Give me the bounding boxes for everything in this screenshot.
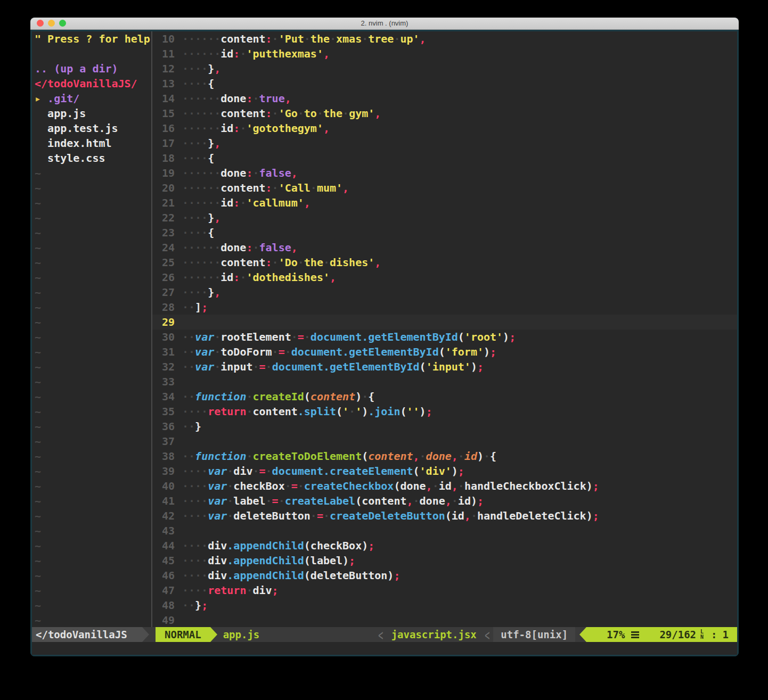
tree-item[interactable]: app.test.js	[32, 121, 151, 136]
code-line[interactable]: 42····var·deleteButton·=·createDeleteBut…	[152, 508, 737, 523]
code-line[interactable]: 22····},	[152, 210, 737, 225]
tree-item[interactable]: </todoVanillaJS/	[32, 76, 151, 91]
code-text: ······content:·'Put·the·xmas·tree·up',	[182, 31, 426, 46]
code-line[interactable]: 47····return·div;	[152, 583, 737, 598]
line-number: 39	[152, 464, 175, 479]
code-line[interactable]: 14······done:·true,	[152, 91, 737, 106]
line-number: 37	[152, 434, 175, 449]
line-number: 47	[152, 583, 175, 598]
code-line[interactable]: 39····var·div·=·document.createElement('…	[152, 464, 737, 479]
code-line[interactable]: 45····div.appendChild(label);	[152, 553, 737, 568]
code-line[interactable]: 25······content:·'Do·the·dishes',	[152, 255, 737, 270]
code-line[interactable]: 43	[152, 523, 737, 538]
line-number: 24	[152, 240, 175, 255]
empty-line-tilde: ~	[32, 598, 151, 613]
code-line[interactable]: 44····div.appendChild(checkBox);	[152, 538, 737, 553]
code-line[interactable]: 12····},	[152, 61, 737, 76]
tree-item[interactable]: index.html	[32, 136, 151, 151]
line-number: 34	[152, 389, 175, 404]
code-line[interactable]: 31··var·toDoForm·=·document.getElementBy…	[152, 344, 737, 359]
lines-icon	[631, 631, 639, 633]
code-text: ····var·deleteButton·=·createDeleteButto…	[182, 508, 599, 523]
code-text: ····return·div;	[182, 583, 279, 598]
code-text: ······done:·false,	[182, 240, 298, 255]
empty-line-tilde: ~	[32, 300, 151, 315]
empty-line-tilde: ~	[32, 464, 151, 479]
code-text: ··var·rootElement·=·document.getElementB…	[182, 330, 516, 344]
code-line[interactable]: 26······id:·'dothedishes',	[152, 270, 737, 285]
code-line[interactable]: 48··};	[152, 598, 737, 613]
file-explorer-pane[interactable]: " Press ? for help.. (up a dir)</todoVan…	[32, 31, 152, 627]
code-line[interactable]: 21······id:·'callmum',	[152, 195, 737, 210]
code-line[interactable]: 49	[152, 613, 737, 627]
code-line[interactable]: 33	[152, 374, 737, 389]
code-line[interactable]: 15······content:·'Go·to·the·gym',	[152, 106, 737, 121]
tree-item[interactable]: ▸ .git/	[32, 91, 151, 106]
code-line[interactable]: 19······done:·false,	[152, 166, 737, 180]
code-line[interactable]: 17····},	[152, 136, 737, 151]
code-text: ······id:·'gotothegym',	[182, 121, 330, 136]
code-text: ····},	[182, 210, 220, 225]
line-number: 29	[152, 315, 175, 330]
code-text: ····return·content.split('·').join('');	[182, 404, 432, 419]
empty-line-tilde: ~	[32, 359, 151, 374]
empty-line-tilde: ~	[32, 583, 151, 598]
tree-item[interactable]: .. (up a dir)	[32, 61, 151, 76]
tree-item[interactable]: app.js	[32, 106, 151, 121]
empty-line-tilde: ~	[32, 508, 151, 523]
empty-line-tilde: ~	[32, 404, 151, 419]
code-text: ······done:·false,	[182, 166, 298, 180]
code-text: ····},	[182, 61, 220, 76]
line-number: 13	[152, 76, 175, 91]
code-line[interactable]: 13····{	[152, 76, 737, 91]
code-line[interactable]: 41····var·label·=·createLabel(content,·d…	[152, 493, 737, 508]
code-text: ····},	[182, 285, 220, 300]
line-number: 48	[152, 598, 175, 613]
code-line[interactable]: 36··}	[152, 419, 737, 434]
tree-item[interactable]: " Press ? for help	[32, 31, 151, 46]
code-line[interactable]: 35····return·content.split('·').join('')…	[152, 404, 737, 419]
code-text: ······content:·'Call·mum',	[182, 180, 349, 195]
line-number: 28	[152, 300, 175, 315]
code-line[interactable]: 38··function·createToDoElement(content,·…	[152, 449, 737, 464]
line-number: 10	[152, 31, 175, 46]
titlebar[interactable]: 2. nvim . (nvim)	[30, 18, 739, 30]
line-number: 23	[152, 225, 175, 240]
code-text: ····var·checkBox·=·createCheckbox(done,·…	[182, 479, 599, 493]
code-line[interactable]: 32··var·input·=·document.getElementById(…	[152, 359, 737, 374]
code-line[interactable]: 18····{	[152, 151, 737, 166]
code-text: ··];	[182, 300, 208, 315]
terminal-content: " Press ? for help.. (up a dir)</todoVan…	[30, 30, 739, 656]
line-number: 12	[152, 61, 175, 76]
code-line[interactable]: 40····var·checkBox·=·createCheckbox(done…	[152, 479, 737, 493]
code-line[interactable]: 11······id:·'putthexmas',	[152, 46, 737, 61]
line-number: 42	[152, 508, 175, 523]
code-line[interactable]: 16······id:·'gotothegym',	[152, 121, 737, 136]
code-line[interactable]: 28··];	[152, 300, 737, 315]
code-line[interactable]: 46····div.appendChild(deleteButton);	[152, 568, 737, 583]
code-text: ······content:·'Go·to·the·gym',	[182, 106, 381, 121]
line-number: 15	[152, 106, 175, 121]
line-number: 19	[152, 166, 175, 180]
code-line[interactable]: 29	[152, 315, 737, 330]
empty-line-tilde: ~	[32, 479, 151, 493]
line-number: 17	[152, 136, 175, 151]
code-line[interactable]: 30··var·rootElement·=·document.getElemen…	[152, 330, 737, 344]
editor-pane[interactable]: 10······content:·'Put·the·xmas·tree·up',…	[152, 31, 737, 627]
empty-line-tilde: ~	[32, 568, 151, 583]
empty-line-tilde: ~	[32, 285, 151, 300]
statusline-mode: NORMAL	[156, 627, 210, 642]
code-line[interactable]: 20······content:·'Call·mum',	[152, 180, 737, 195]
code-line[interactable]: 10······content:·'Put·the·xmas·tree·up',	[152, 31, 737, 46]
line-number: 18	[152, 151, 175, 166]
code-line[interactable]: 37	[152, 434, 737, 449]
code-line[interactable]: 23····{	[152, 225, 737, 240]
code-text: ····div.appendChild(label);	[182, 553, 355, 568]
code-line[interactable]: 27····},	[152, 285, 737, 300]
tree-item[interactable]	[32, 46, 151, 61]
code-line[interactable]: 24······done:·false,	[152, 240, 737, 255]
line-number: 41	[152, 493, 175, 508]
code-text: ····{	[182, 225, 214, 240]
code-line[interactable]: 34··function·createId(content)·{	[152, 389, 737, 404]
tree-item[interactable]: style.css	[32, 151, 151, 166]
